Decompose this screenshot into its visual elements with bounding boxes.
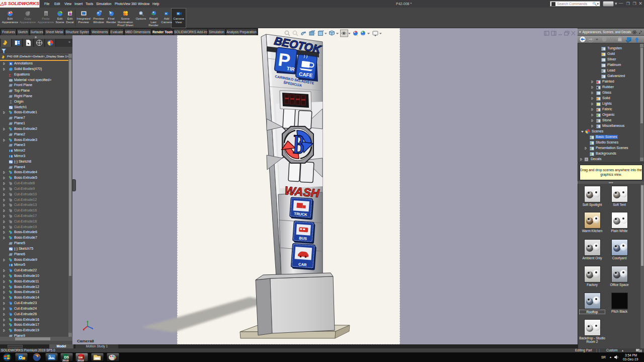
- svg-text:Camera8: Camera8: [77, 339, 94, 343]
- svg-text:DS: DS: [64, 355, 69, 359]
- svg-text:CAR: CAR: [298, 262, 307, 267]
- svg-text:O: O: [19, 355, 23, 360]
- svg-text:2018: 2018: [62, 359, 68, 362]
- svg-text:Σ: Σ: [9, 73, 11, 77]
- svg-text:2019: 2019: [77, 359, 84, 362]
- svg-text:B: B: [292, 129, 305, 160]
- svg-text:BUS: BUS: [299, 236, 307, 241]
- svg-text:TRUCK: TRUCK: [294, 211, 307, 217]
- svg-text:TIR: TIR: [286, 65, 295, 72]
